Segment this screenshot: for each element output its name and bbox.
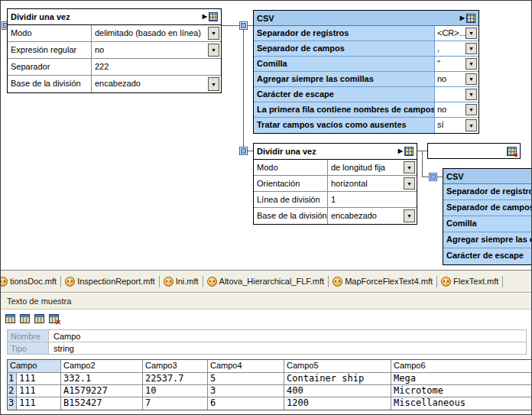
property-label: Carácter de escape — [254, 87, 435, 102]
document-tab[interactable]: FlexText.mft — [437, 277, 502, 287]
collapse-arrow-icon[interactable]: ▶ — [460, 15, 465, 21]
property-value-cell[interactable]: no ▼ — [435, 72, 478, 86]
property-value-cell[interactable]: delimitado (basado en línea) ▼ — [92, 25, 221, 41]
document-tab[interactable]: MapForceFlexText4.mft — [329, 277, 436, 287]
document-tab[interactable]: Ini.mft — [160, 277, 203, 287]
collapse-arrow-icon[interactable]: ▶ — [398, 148, 403, 154]
property-value-cell[interactable]: no ▼ — [435, 102, 478, 117]
tab-separator — [502, 276, 503, 287]
grid-cell[interactable]: 22537.7 — [143, 373, 208, 384]
grid-cell[interactable]: Container ship — [284, 373, 391, 384]
table-icon — [34, 314, 44, 323]
document-tab[interactable]: tionsDoc.mft — [1, 277, 60, 287]
node-type-icon — [507, 147, 517, 156]
dropdown-button[interactable]: ▼ — [466, 119, 477, 131]
grid-cell[interactable]: 7 — [143, 397, 208, 410]
component-header[interactable]: Dividir una vez ▶ — [8, 9, 221, 25]
dropdown-button[interactable]: ▼ — [466, 89, 477, 100]
column-header[interactable]: Campo5 — [284, 360, 391, 372]
column-header[interactable]: Campo2 — [61, 360, 143, 372]
grid-cell[interactable]: 400 — [284, 385, 391, 397]
mft-file-icon — [441, 277, 451, 287]
property-value-cell[interactable]: encabezado ▼ — [328, 208, 417, 224]
grid-cell[interactable]: Mega — [391, 373, 532, 384]
field-property-label: Tipo — [8, 342, 49, 354]
property-row: Separador 222 — [8, 59, 221, 76]
grid-cell[interactable]: A1579227 — [61, 385, 143, 397]
component-header[interactable]: CSV — [443, 169, 532, 184]
grid-cell[interactable]: 5 — [208, 373, 284, 384]
grid-cell[interactable]: Microtome — [391, 385, 532, 397]
csv-property-row: Separador de campos — [443, 200, 532, 216]
dropdown-button[interactable]: ▼ — [466, 43, 477, 54]
column-header[interactable]: Campo6 — [391, 360, 532, 372]
field-properties-table: Nombre Campo Tipo string — [7, 329, 527, 355]
toolbar-button-1[interactable] — [4, 312, 17, 325]
dropdown-button[interactable]: ▼ — [466, 58, 477, 70]
grid-cell[interactable]: B152427 — [61, 397, 143, 410]
grid-cell[interactable]: 3 — [208, 385, 284, 397]
row-number[interactable]: 3 — [8, 397, 17, 410]
column-header[interactable]: Campo3 — [143, 360, 208, 372]
grid-cell[interactable]: 10 — [143, 385, 208, 397]
dropdown-button[interactable]: ▼ — [404, 209, 415, 222]
dropdown-button[interactable]: ▼ — [466, 104, 477, 115]
table-icon — [20, 314, 30, 323]
row-number[interactable]: 1 — [8, 373, 17, 384]
mft-file-icon — [207, 277, 217, 287]
toolbar-button-2[interactable] — [18, 312, 31, 325]
document-tab[interactable]: Altova_Hierarchical_FLF.mft — [203, 277, 329, 287]
property-value-cell[interactable]: 222 — [92, 59, 221, 75]
sample-text-pane: Nombre Campo Tipo string Campo Campo2 Ca… — [1, 310, 532, 415]
property-value-cell[interactable]: " ▼ — [435, 57, 478, 71]
toolbar-button-3[interactable] — [33, 312, 46, 325]
tree-node-expander-icon[interactable] — [239, 21, 248, 30]
dropdown-button[interactable]: ▼ — [208, 27, 219, 40]
csv-property-row: La primera fila contiene nombres de camp… — [254, 102, 478, 118]
component-header[interactable]: Dividir una vez ▶ — [254, 144, 417, 160]
dropdown-button[interactable]: ▼ — [208, 77, 219, 91]
grid-cell[interactable]: 111 — [17, 385, 61, 397]
column-header[interactable]: Campo — [8, 360, 61, 372]
tree-node-expander-icon[interactable] — [429, 173, 437, 181]
property-value-cell[interactable]: 1 — [328, 192, 417, 207]
document-tab-bar: tionsDoc.mft InspectionReport.mft Ini.mf… — [1, 270, 532, 293]
grid-cell[interactable]: 6 — [208, 397, 284, 410]
property-value-cell[interactable]: sí ▼ — [435, 118, 478, 133]
collapse-arrow-icon[interactable]: ▶ — [203, 14, 207, 20]
property-value-cell[interactable]: horizontal ▼ — [328, 176, 417, 191]
component-title: CSV — [446, 172, 532, 181]
tree-node-expander-icon[interactable] — [239, 147, 248, 155]
property-value-cell[interactable]: de longitud fija ▼ — [328, 160, 417, 175]
dropdown-button[interactable]: ▼ — [404, 177, 415, 190]
grid-cell[interactable]: 111 — [17, 373, 61, 384]
field-property-value[interactable]: Campo — [49, 330, 526, 342]
property-value-cell[interactable]: <CR>... ▼ — [435, 26, 478, 41]
component-header[interactable]: CSV ▶ — [254, 11, 478, 26]
table-delete-icon — [49, 314, 59, 323]
grid-cell[interactable]: Miscellaneous — [391, 397, 532, 410]
tab-label: FlexText.mft — [453, 277, 498, 286]
dropdown-button[interactable]: ▼ — [466, 28, 477, 39]
dropdown-button[interactable]: ▼ — [404, 161, 415, 173]
property-value-cell[interactable]: no ▼ — [92, 42, 221, 58]
row-number[interactable]: 2 — [8, 385, 17, 397]
component-title: Dividir una vez — [257, 147, 395, 156]
dropdown-button[interactable]: ▼ — [208, 44, 219, 57]
field-property-value[interactable]: string — [49, 342, 526, 354]
csv-property-row: Separador de registros — [443, 184, 532, 200]
property-row: Base de la división encabezado ▼ — [8, 76, 221, 92]
grid-cell[interactable]: 1200 — [284, 397, 391, 410]
document-tab[interactable]: InspectionReport.mft — [61, 277, 159, 287]
grid-cell[interactable]: 332.1 — [61, 373, 143, 384]
dropdown-button[interactable]: ▼ — [466, 73, 477, 85]
column-header[interactable]: Campo4 — [208, 360, 284, 372]
toolbar-button-delete[interactable] — [47, 312, 60, 325]
property-value-cell[interactable]: , ▼ — [435, 41, 478, 56]
sample-data-grid: Campo Campo2 Campo3 Campo4 Campo5 Campo6… — [7, 359, 532, 410]
csv-property-row: Separador de registros <CR>... ▼ — [254, 26, 478, 41]
grid-cell[interactable]: 111 — [17, 397, 61, 410]
output-node-box[interactable] — [427, 143, 521, 159]
property-value-cell[interactable]: ▼ — [435, 87, 478, 102]
property-value-cell[interactable]: encabezado ▼ — [92, 76, 221, 92]
